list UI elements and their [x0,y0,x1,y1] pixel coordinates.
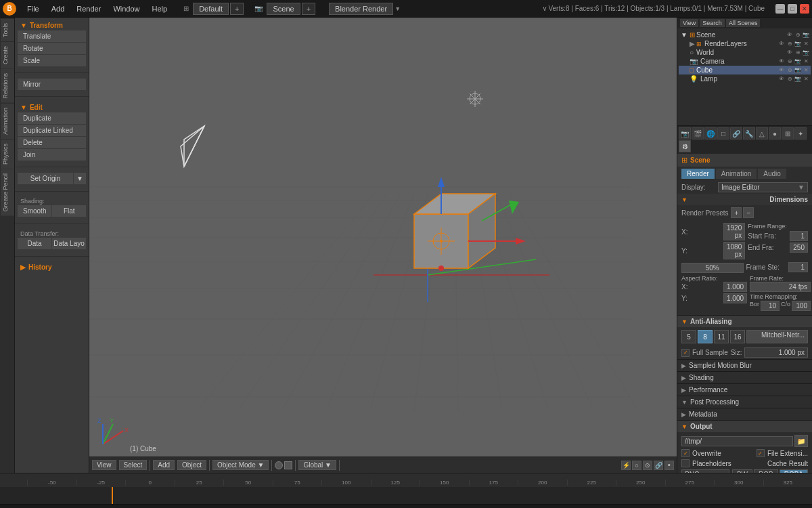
aa-16[interactable]: 16 [730,330,745,343]
audio-tab[interactable]: Audio [758,169,786,179]
data-layout-btn[interactable]: Data Layo [52,238,86,249]
render-icon[interactable]: 📷 [803,31,809,38]
motion-blur-section[interactable]: ▶ Sampled Motion Blur [677,360,812,372]
cube-x-icon[interactable]: ✕ [803,67,809,74]
aspect-y-input[interactable]: 1.000 [723,293,747,303]
icon-tab-constraints[interactable]: 🔗 [730,127,742,140]
lamp-eye-icon[interactable]: 👁 [778,76,785,83]
full-sample-checkbox[interactable]: ✓ [681,349,690,357]
output-path-input[interactable]: //tmp/ [681,436,793,446]
viewport-overlay-btn[interactable]: ⊙ [643,461,652,470]
lamp-cursor-icon[interactable]: ⊕ [786,76,793,83]
metadata-section-row[interactable]: ▶ Metadata [677,408,812,421]
performance-section-row[interactable]: ▶ Performance [677,384,812,396]
sidebar-tab-animation[interactable]: Animation [1,104,14,139]
viewport-view-btn[interactable]: View [92,460,116,470]
outliner-search-btn[interactable]: Search [700,19,725,27]
add-preset-btn[interactable]: + [731,207,742,218]
renderlayer-cam-icon[interactable]: 📷 [794,41,801,47]
tree-renderlayers[interactable]: ▶ ⊞ RenderLayers 👁 ⊕ 📷 ✕ [679,39,811,48]
scene-prop-section[interactable]: ⊞ Scene [677,154,812,167]
post-processing-section-row[interactable]: ▼ Post Processing [677,396,812,408]
icon-tab-texture[interactable]: ⊞ [782,127,794,140]
res-x-input[interactable]: 1920 px [723,223,745,240]
viewport-square-btn[interactable] [284,461,292,469]
sidebar-tab-grease[interactable]: Grease Pencil [1,169,14,216]
menu-render[interactable]: Render [71,3,106,14]
icon-tab-data[interactable]: △ [756,127,768,140]
duplicate-btn[interactable]: Duplicate [18,112,86,124]
icon-tab-world[interactable]: 🌐 [704,127,717,140]
render-tab[interactable]: Render [681,169,715,179]
overwrite-checkbox[interactable]: ✓ [681,449,690,457]
icon-tab-object[interactable]: □ [717,127,729,140]
tree-cube[interactable]: □ Cube 👁 ⊕ 📷 ✕ [679,66,811,75]
icon-tab-particles[interactable]: ✦ [794,127,807,140]
renderlayer-cursor-icon[interactable]: ⊕ [786,41,793,47]
viewport-prop-btn[interactable]: ⚬ [664,461,674,470]
camera-cursor-icon[interactable]: ⊕ [786,58,793,65]
eye-icon[interactable]: 👁 [786,31,793,38]
sidebar-tab-tools[interactable]: Tools [1,19,14,41]
camera-cam-icon[interactable]: 📷 [794,58,801,65]
tree-lamp[interactable]: 💡 Lamp 👁 ⊕ 📷 ✕ [679,75,811,83]
aa-11[interactable]: 11 [714,330,729,343]
viewport[interactable]: User Persp [89,18,677,473]
timeline-scrubber[interactable] [0,487,812,504]
camera-x-icon[interactable]: ✕ [803,58,809,65]
menu-file[interactable]: File [22,3,45,14]
dimensions-header[interactable]: ▼ Dimensions [677,194,812,205]
remove-preset-btn[interactable]: − [743,207,754,218]
co-input[interactable]: 100 [792,301,811,311]
outliner-view-btn[interactable]: View [680,19,698,27]
renderlayer-x-icon[interactable]: ✕ [803,41,809,47]
aa-5[interactable]: 5 [681,330,696,343]
flat-btn[interactable]: Flat [52,205,86,217]
add-scene-btn[interactable]: + [302,3,315,15]
siz-input[interactable]: 1.000 px [744,347,808,358]
res-y-input[interactable]: 1080 px [723,242,745,259]
camera-eye-icon[interactable]: 👁 [778,58,785,65]
icon-tab-material[interactable]: ● [769,127,781,140]
lamp-cam-icon[interactable]: 📷 [794,76,801,83]
aa-filter-input[interactable]: Mitchell-Netr... [746,330,808,343]
join-btn[interactable]: Join [18,149,86,161]
animation-tab[interactable]: Animation [716,169,757,179]
percent-input[interactable]: 50% [681,263,744,273]
frame-rate-input[interactable]: 24 fps [750,282,811,292]
tree-scene[interactable]: ▼ ⊞ Scene 👁 ⊕ 📷 [679,30,811,39]
bor-input[interactable]: 10 [761,301,780,311]
icon-tab-scene[interactable]: 📷 [679,127,691,140]
cube-eye-icon[interactable]: 👁 [778,67,785,74]
aa-header[interactable]: ▼ Anti-Aliasing [677,316,812,327]
add-layout-btn[interactable]: + [230,3,244,15]
icon-tab-physics[interactable]: ⚙ [679,140,691,152]
file-ext-checkbox[interactable]: ✓ [757,449,765,457]
output-folder-btn[interactable]: 📁 [794,435,808,447]
data-btn[interactable]: Data [18,238,51,249]
tree-camera[interactable]: 📷 Camera 👁 ⊕ 📷 ✕ [679,57,811,66]
sidebar-tab-create[interactable]: Create [1,42,14,68]
close-btn[interactable]: ✕ [800,4,809,14]
tree-world[interactable]: ○ World 👁 ⊕ 📷 [679,48,811,57]
viewport-shading-btn[interactable]: ○ [632,461,641,470]
maximize-btn[interactable]: □ [788,4,797,14]
cube-cam-icon[interactable]: 📷 [794,67,801,74]
output-header[interactable]: ▼ Output [677,421,812,432]
layout-tab[interactable]: Default [193,3,229,15]
rotate-btn[interactable]: Rotate [18,43,86,54]
start-frame-input[interactable]: 1 [790,231,808,241]
renderlayer-eye-icon[interactable]: 👁 [778,41,785,47]
scale-btn[interactable]: Scale [18,55,86,66]
viewport-circle-btn[interactable] [275,461,283,469]
world-eye-icon[interactable]: 👁 [786,49,793,56]
global-btn[interactable]: Global ▼ [298,460,336,470]
icon-tab-modifiers[interactable]: 🔧 [743,127,755,140]
mirror-btn[interactable]: Mirror [18,79,86,90]
viewport-select-btn[interactable]: Select [119,460,148,470]
outliner-all-scenes-btn[interactable]: All Scenes [726,19,761,27]
icon-tab-render[interactable]: 🎬 [692,127,704,140]
display-select[interactable]: Image Editor ▼ [718,182,808,192]
viewport-render-btn[interactable]: ⚡ [621,461,631,470]
cube-cursor-icon[interactable]: ⊕ [786,67,793,74]
